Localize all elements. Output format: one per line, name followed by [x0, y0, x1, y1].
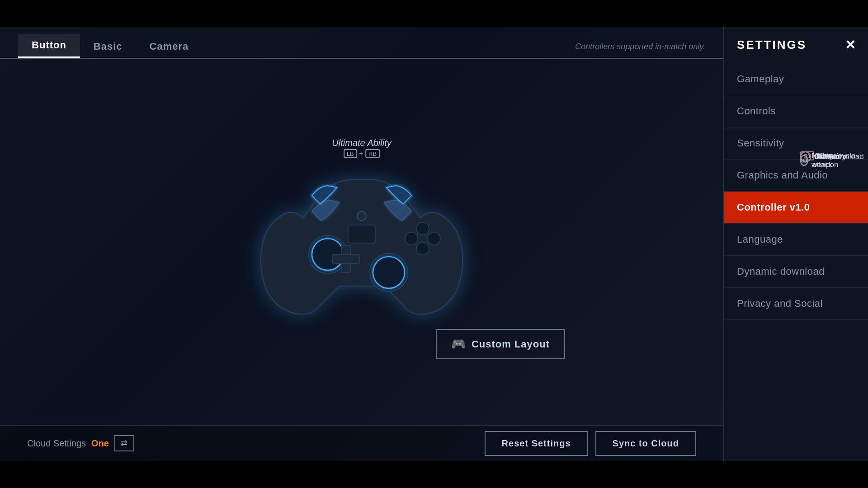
tab-button[interactable]: Button [18, 34, 80, 58]
reset-settings-button[interactable]: Reset Settings [485, 431, 588, 456]
controller-area: Ultimate Ability LB + RB [0, 59, 723, 425]
svg-point-7 [416, 222, 429, 235]
sync-arrows-icon: ⇄ [121, 438, 127, 448]
custom-layout-button[interactable]: 🎮 Custom Layout [436, 329, 565, 359]
sidebar-item-controls[interactable]: Controls [724, 95, 868, 127]
tab-basic[interactable]: Basic [80, 35, 136, 58]
tab-camera[interactable]: Camera [136, 35, 203, 58]
ultimate-title: Ultimate Ability [332, 138, 392, 148]
label-melee: RS Melee attack [800, 151, 835, 169]
sidebar-item-controller[interactable]: Controller v1.0 [724, 192, 868, 224]
cloud-settings: Cloud Settings One ⇄ [27, 435, 134, 451]
svg-point-8 [416, 242, 429, 255]
sidebar-item-dynamic-download[interactable]: Dynamic download [724, 256, 868, 288]
tab-bar: Button Basic Camera Controllers supporte… [0, 27, 723, 59]
svg-point-3 [373, 257, 405, 288]
melee-label-text: Melee attack [812, 151, 835, 169]
controller-icon: 🎮 [451, 337, 466, 351]
sidebar-item-language[interactable]: Language [724, 224, 868, 256]
cloud-label: Cloud Settings [27, 438, 86, 449]
settings-close-button[interactable]: ✕ [845, 38, 855, 52]
controller-wrapper: Ultimate Ability LB + RB [158, 124, 565, 359]
svg-point-9 [428, 232, 440, 245]
bottom-bar-outer [0, 461, 868, 488]
settings-sidebar: SETTINGS ✕ Gameplay Controls Sensitivity… [723, 27, 868, 461]
tab-note: Controllers supported in-match only. [575, 42, 705, 58]
bottom-buttons: Reset Settings Sync to Cloud [485, 431, 696, 456]
sidebar-item-privacy-social[interactable]: Privacy and Social [724, 288, 868, 320]
settings-header: SETTINGS ✕ [724, 27, 868, 63]
melee-badge: RS [800, 155, 808, 166]
controller-svg [249, 155, 475, 328]
svg-point-13 [357, 211, 366, 221]
cloud-value: One [91, 438, 109, 449]
sync-to-cloud-button[interactable]: Sync to Cloud [595, 431, 696, 456]
top-bar [0, 0, 868, 27]
svg-rect-12 [348, 225, 375, 243]
custom-layout-label: Custom Layout [472, 338, 550, 350]
bottom-bar: Cloud Settings One ⇄ Reset Settings Sync… [0, 425, 723, 461]
svg-rect-5 [332, 254, 359, 263]
main-container: Button Basic Camera Controllers supporte… [0, 27, 868, 461]
sidebar-item-gameplay[interactable]: Gameplay [724, 63, 868, 95]
svg-point-6 [405, 232, 418, 245]
settings-title: SETTINGS [737, 38, 807, 52]
cloud-icon-button[interactable]: ⇄ [114, 435, 134, 451]
content-area: Button Basic Camera Controllers supporte… [0, 27, 723, 461]
